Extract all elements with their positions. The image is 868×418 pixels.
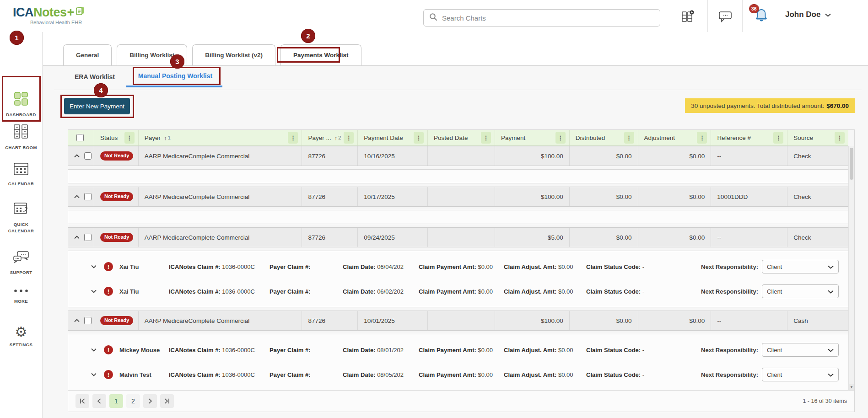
payment-row[interactable]: Not ReadyAARP MedicareComplete Commercia… — [68, 146, 848, 166]
sidebar-item-label: SUPPORT — [10, 269, 32, 276]
claim-row[interactable]: !Mickey MouseICANotes Claim #: 1036-0000… — [68, 340, 848, 360]
row-checkbox[interactable] — [84, 317, 92, 324]
column-menu-icon[interactable]: ⋮ — [835, 132, 845, 144]
claim-row[interactable]: !Malvin TestICANotes Claim #: 1036-0000C… — [68, 364, 848, 385]
posted-date-cell — [428, 228, 495, 247]
row-detail-area: !Xai TiuICANotes Claim #: 1036-0000CPaye… — [68, 251, 848, 307]
column-menu-icon[interactable]: ⋮ — [344, 132, 354, 144]
column-menu-icon[interactable]: ⋮ — [555, 132, 566, 144]
user-menu[interactable]: John Doe — [785, 10, 831, 19]
status-cell: Not Ready — [94, 228, 139, 247]
vertical-scrollbar[interactable]: ▼ — [848, 146, 854, 390]
collapse-chevron-icon[interactable] — [73, 154, 81, 158]
sidebar-item-label: SETTINGS — [10, 342, 33, 348]
pagination-last-button[interactable] — [160, 394, 174, 408]
sidebar-item-calendar[interactable]: CALENDAR — [0, 161, 42, 187]
tab-billing-worklist-v2-[interactable]: Billing Worklist (v2) — [192, 44, 275, 65]
column-label: Posted Date — [434, 134, 468, 141]
column-menu-icon[interactable]: ⋮ — [481, 132, 491, 144]
status-cell: Not Ready — [94, 311, 139, 330]
row-checkbox[interactable] — [84, 152, 92, 160]
payment-row[interactable]: Not ReadyAARP MedicareComplete Commercia… — [68, 311, 848, 331]
notifications-button[interactable]: 36 — [752, 8, 771, 25]
next-responsibility-label: Next Responsibility: — [690, 263, 758, 270]
expand-chevron-icon[interactable] — [90, 265, 97, 268]
active-subtab-underline — [126, 86, 222, 87]
claim-row[interactable]: !Xai TiuICANotes Claim #: 1036-0000CPaye… — [68, 281, 848, 301]
search-charts-box[interactable] — [423, 9, 660, 27]
column-header-source: Source⋮ — [787, 130, 848, 145]
enter-new-payment-button[interactable]: Enter New Payment — [64, 98, 130, 114]
next-responsibility-value: Client — [767, 371, 782, 378]
sidebar-item-dashboard[interactable]: DASHBOARD — [0, 91, 42, 118]
sidebar-item-label: CHART ROOM — [5, 145, 37, 151]
column-menu-icon[interactable]: ⋮ — [124, 132, 135, 144]
expand-chevron-icon[interactable] — [90, 373, 97, 376]
payment-row[interactable]: Not ReadyAARP MedicareComplete Commercia… — [68, 227, 848, 247]
collapse-chevron-icon[interactable] — [73, 319, 81, 322]
payment-row[interactable]: Not ReadyAARP MedicareComplete Commercia… — [68, 187, 848, 207]
column-menu-icon[interactable]: ⋮ — [288, 132, 298, 144]
scrollbar-thumb[interactable] — [850, 148, 853, 180]
next-responsibility-select[interactable]: Client — [762, 368, 839, 381]
column-label: Payer — [145, 134, 161, 141]
row-detail-area: !Mickey MouseICANotes Claim #: 1036-0000… — [68, 334, 848, 391]
sidebar-item-support[interactable]: SUPPORT — [0, 250, 42, 276]
header-divider — [742, 0, 743, 32]
payment-amount-cell: $100.00 — [495, 311, 570, 330]
pagination-page-2[interactable]: 2 — [126, 394, 140, 408]
new-chart-button[interactable] — [678, 8, 696, 25]
row-checkbox[interactable] — [84, 193, 92, 200]
column-menu-icon[interactable]: ⋮ — [414, 132, 424, 144]
column-menu-icon[interactable]: ⋮ — [697, 132, 707, 144]
sidebar-item-chart-room[interactable]: CHART ROOM — [0, 123, 42, 151]
scrollbar-down-arrow[interactable]: ▼ — [849, 384, 854, 390]
next-responsibility-select[interactable]: Client — [762, 343, 839, 357]
next-responsibility-select[interactable]: Client — [762, 260, 839, 273]
claim-row[interactable]: !Xai TiuICANotes Claim #: 1036-0000CPaye… — [68, 257, 848, 277]
row-checkbox[interactable] — [84, 234, 92, 241]
pagination-bar: 12 1 - 16 of 30 items — [68, 390, 854, 412]
collapse-chevron-icon[interactable] — [73, 195, 81, 198]
sidebar-item-label: CALENDAR — [8, 181, 34, 187]
tab-billing-worklist[interactable]: Billing Worklist — [117, 44, 187, 65]
messages-button[interactable] — [716, 8, 734, 25]
search-input[interactable] — [442, 14, 654, 22]
payment-date-cell: 10/17/2025 — [358, 187, 428, 206]
chevron-down-icon — [828, 371, 834, 378]
tab-general[interactable]: General — [63, 44, 112, 65]
pagination-prev-button[interactable] — [92, 394, 106, 408]
tab-payments-worklist[interactable]: Payments Worklist — [280, 44, 361, 65]
payer-id-cell: 87726 — [302, 146, 358, 166]
collapse-chevron-icon[interactable] — [73, 236, 81, 239]
expand-chevron-icon[interactable] — [90, 348, 97, 352]
next-responsibility-select[interactable]: Client — [762, 284, 839, 298]
sidebar-item-settings[interactable]: ⚙SETTINGS — [0, 325, 42, 348]
sidebar-nav: DASHBOARDCHART ROOMCALENDARQUICKCALENDAR… — [0, 32, 43, 418]
claim-date: Claim Date: 08/01/202 — [343, 347, 415, 354]
notification-count-badge: 36 — [749, 4, 759, 13]
status-badge: Not Ready — [100, 151, 133, 160]
sort-indicator: ↑2 — [334, 134, 341, 141]
expand-chevron-icon[interactable] — [90, 289, 97, 293]
grid-header-row: Status⋮Payer↑1⋮Payer ...↑2⋮Payment Date⋮… — [68, 130, 848, 146]
chart-room-icon — [12, 123, 30, 142]
sidebar-item-quick-calendar[interactable]: QUICKCALENDAR — [0, 201, 42, 235]
warning-icon: ! — [104, 287, 113, 296]
column-menu-icon[interactable]: ⋮ — [624, 132, 634, 144]
source-cell: Check — [787, 228, 848, 247]
tab-manual-posting-worklist[interactable]: Manual Posting Worklist — [133, 67, 217, 84]
payment-row-select-cell — [68, 228, 94, 247]
claim-status-code: Claim Status Code: - — [586, 347, 686, 354]
pagination-next-button[interactable] — [143, 394, 157, 408]
tab-era-worklist[interactable]: ERA Worklist — [75, 73, 115, 80]
claim-adjust-amount: Claim Adjust. Amt: $0.00 — [504, 371, 582, 378]
payments-worklist-panel: ERA Worklist Manual Posting Worklist Ent… — [43, 66, 868, 418]
warning-icon: ! — [104, 345, 113, 354]
pagination-page-1[interactable]: 1 — [109, 394, 123, 408]
column-menu-icon[interactable]: ⋮ — [773, 132, 783, 144]
pagination-first-button[interactable] — [75, 394, 89, 408]
select-all-checkbox[interactable] — [76, 134, 84, 141]
sidebar-item-more[interactable]: MORE — [0, 287, 42, 305]
sidebar-item-label: MORE — [14, 298, 28, 305]
